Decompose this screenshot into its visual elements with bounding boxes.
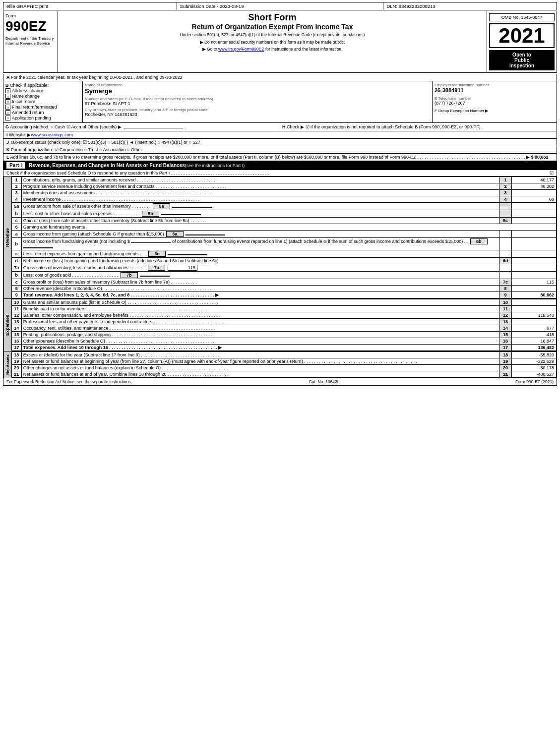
line-num-6b: b — [11, 238, 21, 250]
other-label: Other (specify) ▶ — [87, 124, 183, 129]
website-value[interactable]: www.scorstrings.com — [31, 132, 73, 137]
section-a: A For the 2021 calendar year, or tax yea… — [3, 74, 557, 81]
cb-name: ○ Name change — [5, 94, 80, 99]
part1-check-mark[interactable]: ☑ — [550, 171, 554, 175]
line-num-17: 17 — [11, 345, 21, 351]
k-label: K — [6, 147, 10, 152]
k-other: Other — [131, 147, 142, 152]
top-header: efile GRAPHIC print Submission Date - 20… — [3, 2, 557, 10]
line-3-ref: 3 — [499, 190, 512, 196]
name-change-checkbox[interactable]: ○ — [5, 94, 10, 99]
line-6d-ref: 6d — [499, 258, 512, 264]
part1-check-row: Check if the organization used Schedule … — [3, 170, 557, 176]
revenue-side-label: Revenue — [3, 176, 11, 298]
table-row: d Net income or (loss) from gaming and f… — [11, 258, 556, 264]
table-row: 2 Program service revenue including gove… — [11, 183, 556, 190]
line-21-value: -408,527 — [512, 371, 557, 378]
k-trust: Trust — [88, 147, 98, 152]
line-5b-ref — [499, 210, 512, 218]
k-assoc-cb[interactable]: ○ — [99, 147, 103, 152]
line-num-4: 4 — [11, 196, 21, 203]
cash-cb[interactable]: ○ — [51, 124, 55, 129]
line-17-ref: 17 — [499, 345, 512, 351]
footer-left: For Paperwork Reduction Act Notice, see … — [6, 379, 132, 384]
line-6-label: Gaming and fundraising events — [21, 224, 556, 231]
k-other-cb[interactable]: ○ — [127, 147, 131, 152]
line-20-value: -30,178 — [512, 365, 557, 371]
line-7c-label: Gross profit or (loss) from sales of inv… — [21, 279, 499, 286]
line-num-10: 10 — [11, 299, 21, 306]
amended-return-checkbox[interactable]: ○ — [5, 110, 10, 115]
line-5c-label: Gain or (loss) from sale of assets other… — [21, 218, 499, 224]
application-pending-checkbox[interactable]: ○ — [5, 116, 10, 120]
j-4947-cb[interactable]: ○ — [158, 140, 162, 145]
line-14-label: Occupancy, rent, utilities, and maintena… — [21, 325, 499, 332]
line-num-12: 12 — [11, 312, 21, 319]
cb-address: ○ Address change — [5, 88, 80, 93]
footer: For Paperwork Reduction Act Notice, see … — [3, 378, 557, 386]
section-l: L Add lines 5b, 6c, and 7b to line 9 to … — [3, 154, 557, 161]
line-19-label: Net assets or fund balances at beginning… — [21, 358, 499, 365]
table-row: 10 Grants and similar amounts paid (list… — [11, 299, 556, 306]
table-row: 18 Excess or (deficit) for the year (Sub… — [11, 352, 556, 358]
k-assoc: Association — [103, 147, 126, 152]
dept-info: Department of the Treasury Internal Reve… — [5, 36, 56, 47]
j-text: Tax-exempt status (check only one): — [10, 140, 83, 145]
line-num-7c: c — [11, 279, 21, 286]
section-a-label: A — [6, 75, 10, 80]
irs-link[interactable]: www.irs.gov/Form990EZ — [218, 47, 264, 52]
ein-value: 26-3884911 — [435, 87, 555, 93]
table-row: 11 Benefits paid to or for members . . .… — [11, 306, 556, 312]
section-j: J Tax-exempt status (check only one): ☑ … — [3, 139, 557, 146]
final-return-checkbox[interactable]: ○ — [5, 105, 10, 110]
line-5c-ref: 5c — [499, 218, 512, 224]
org-name: Symerge — [85, 87, 430, 95]
footer-mid: Cat. No. 10642I — [309, 379, 339, 384]
net-assets-side-label: Net Assets — [3, 351, 11, 378]
line-9-value: 80,662 — [512, 292, 557, 298]
line-7b-ref — [499, 272, 512, 279]
table-row: c Gross profit or (loss) from sales of i… — [11, 279, 556, 286]
j-label: J — [6, 140, 9, 145]
l-label: L — [6, 155, 9, 160]
j-501c3-cb[interactable]: ☑ — [83, 140, 87, 145]
j-527-cb[interactable]: ○ — [189, 140, 193, 145]
line-num-7b: b — [11, 272, 21, 279]
table-row: 21 Net assets or fund balances at end of… — [11, 371, 556, 378]
revenue-wrapper: Revenue 1 Contributions, gifts, grants, … — [3, 176, 557, 299]
table-row: 6 Gaming and fundraising events — [11, 224, 556, 231]
name-change-label: Name change — [12, 94, 40, 99]
line-7b-value — [512, 272, 557, 279]
address-change-checkbox[interactable]: ○ — [5, 88, 10, 93]
line-2-label: Program service revenue including govern… — [21, 183, 499, 190]
h-text: Check ▶ ☑ if the organization is not req… — [287, 124, 482, 129]
open-to-public: Open to Public Inspection — [489, 50, 555, 70]
line-6a-label: Gross income from gaming (attach Schedul… — [21, 231, 499, 238]
initial-return-label: Initial return — [12, 99, 35, 104]
table-row: 13 Professional fees and other payments … — [11, 319, 556, 325]
dln: DLN: 93492233000213 — [383, 2, 557, 10]
line-4-label: Investment income . . . . . . . . . . . … — [21, 196, 499, 203]
initial-return-checkbox[interactable]: ○ — [5, 99, 10, 104]
j-501c: 501(c)( ) ◄ (insert no.) — [111, 140, 156, 145]
line-10-ref: 10 — [499, 299, 512, 306]
line-num-6d: d — [11, 258, 21, 264]
k-corp-cb[interactable]: ☑ — [55, 147, 59, 152]
line-6d-value — [512, 258, 557, 264]
omb-block: OMB No. 1545-0047 2021 Open to Public In… — [487, 11, 557, 72]
line-11-label: Benefits paid to or for members . . . . … — [21, 306, 499, 312]
line-num-9: 9 — [11, 292, 21, 298]
line-15-ref: 15 — [499, 332, 512, 338]
line-num-19: 19 — [11, 358, 21, 365]
form-title-block: Short Form Return of Organization Exempt… — [58, 11, 487, 72]
line-num-5c: c — [11, 218, 21, 224]
part1-check-text: Check if the organization used Schedule … — [6, 171, 269, 175]
subtitle1: Under section 501(c), 527, or 4947(a)(1)… — [62, 32, 483, 38]
accrual-cb[interactable]: ☑ — [66, 124, 71, 129]
d-ein-label: Employer identification number — [435, 83, 555, 87]
section-b-label: B Check if applicable: — [5, 83, 80, 88]
table-row: 3 Membership dues and assessments . . . … — [11, 190, 556, 196]
line-10-value — [512, 299, 557, 306]
return-title: Return of Organization Exempt From Incom… — [62, 23, 483, 31]
table-row: b Less: cost of goods sold . . . . . . .… — [11, 272, 556, 279]
